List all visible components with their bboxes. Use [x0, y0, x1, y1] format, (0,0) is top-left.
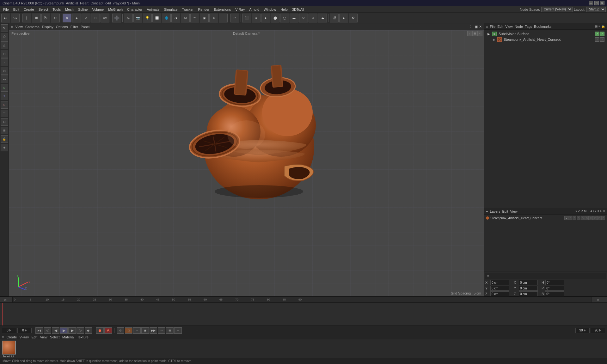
cone-icon[interactable]: ▲	[261, 14, 270, 22]
tree-visible-btn[interactable]: ✓	[595, 32, 599, 36]
layer-icon-e[interactable]: □	[597, 216, 601, 220]
rp-tab-tags[interactable]: Tags	[525, 25, 532, 28]
auto-record-btn[interactable]: A	[104, 327, 112, 334]
mat-edit[interactable]: Edit	[31, 335, 37, 339]
menu-window[interactable]: Window	[262, 7, 278, 12]
mat-material[interactable]: Material	[62, 335, 75, 339]
rp-lock-icon[interactable]: 🔒	[601, 25, 605, 28]
knife-icon[interactable]: ✂	[230, 14, 239, 22]
menu-file[interactable]: File	[1, 7, 11, 12]
rp-menu-toggle[interactable]: ≡	[486, 25, 488, 28]
menu-tools[interactable]: Tools	[51, 7, 63, 12]
tc-btn-8[interactable]: ≡	[174, 327, 182, 334]
vp-menu-display[interactable]: Display	[42, 25, 53, 29]
rp-tab-view[interactable]: View	[505, 25, 513, 28]
tc-btn-7[interactable]: ⊞	[166, 327, 174, 334]
tc-btn-2[interactable]: □	[125, 327, 132, 334]
vp-menu-toggle[interactable]: ≡	[11, 25, 13, 29]
menu-spline[interactable]: Spline	[76, 7, 90, 12]
deform-icon[interactable]: 〜	[190, 14, 199, 22]
menu-select[interactable]: Select	[37, 7, 50, 12]
vp-corner-2[interactable]: ↑	[467, 31, 472, 36]
tool-grid2[interactable]: ⊞	[1, 127, 8, 134]
tool-grid1[interactable]: ⊟	[1, 118, 8, 126]
vp-fullscreen[interactable]: ⛶	[470, 25, 473, 29]
layer-icon-a[interactable]: □	[585, 216, 589, 220]
menu-render[interactable]: Render	[196, 7, 211, 12]
next-key-btn[interactable]: ▷	[77, 327, 84, 334]
coord-p-val[interactable]	[545, 286, 564, 291]
vp-corner-3[interactable]: ×	[477, 31, 482, 36]
tool-s3[interactable]: S	[1, 101, 8, 109]
rp-tab-bookmarks[interactable]: Bookmarks	[534, 25, 551, 28]
tc-btn-4[interactable]: ◉	[141, 327, 149, 334]
menu-animate[interactable]: Animate	[145, 7, 161, 12]
coord-b-val[interactable]	[545, 291, 564, 296]
tree-visible-btn-heart[interactable]: ·	[595, 37, 599, 42]
menu-create[interactable]: Create	[22, 7, 36, 12]
coord-h-val[interactable]	[545, 280, 564, 285]
frame-end-field-2[interactable]	[591, 328, 605, 333]
tc-btn-1[interactable]: ⊙	[117, 327, 124, 334]
uv-mode[interactable]: UV	[101, 14, 109, 22]
coord-y-rot[interactable]	[519, 286, 538, 291]
layers-edit[interactable]: Edit	[502, 209, 508, 213]
mat-toggle[interactable]: ≡	[2, 335, 4, 339]
sphere-icon[interactable]: ●	[252, 14, 261, 22]
next-frame-btn[interactable]: ▶	[68, 327, 76, 334]
coord-y-pos[interactable]	[490, 286, 509, 291]
layers-toggle[interactable]: ≡	[486, 209, 488, 213]
light-icon[interactable]: 💡	[143, 14, 152, 22]
mat-select[interactable]: Select	[50, 335, 60, 339]
vp-render-vp[interactable]: ▣	[475, 25, 478, 29]
go-end-btn[interactable]: ⏭	[85, 327, 92, 334]
layer-icon-m[interactable]: □	[577, 216, 580, 220]
tool-s2[interactable]: S	[1, 93, 8, 100]
material-icon[interactable]: ◑	[171, 14, 180, 22]
mat-texture[interactable]: Texture	[77, 335, 89, 339]
scale-tool[interactable]: ⊞	[32, 14, 41, 22]
camera-icon[interactable]: 📷	[133, 14, 142, 22]
menu-3dtoall[interactable]: 3DToAll	[290, 7, 306, 12]
poly-mode[interactable]: □	[91, 14, 100, 22]
render-btn[interactable]: 🎬	[330, 14, 339, 22]
vp-menu-panel[interactable]: Panel	[81, 25, 89, 29]
add-object[interactable]: ➕	[112, 14, 121, 22]
tree-render-btn-heart[interactable]: ·	[600, 37, 604, 42]
menu-arnold[interactable]: Arnold	[247, 7, 261, 12]
viewport[interactable]: Perspective Default Camera.* X Y Z Grid …	[9, 30, 484, 296]
go-start-btn[interactable]: ⏮	[35, 327, 43, 334]
tree-item-heart[interactable]: ◈ ⬡ Steampunk_Artificial_Heart_Concept ·…	[485, 37, 606, 42]
vp-menu-filter[interactable]: Filter	[71, 25, 78, 29]
menu-mograph[interactable]: MoGraph	[106, 7, 125, 12]
menu-extensions[interactable]: Extensions	[212, 7, 233, 12]
play-btn[interactable]: ▶	[60, 327, 68, 334]
coord-z-pos[interactable]	[490, 291, 509, 296]
layout-select[interactable]: Startup	[586, 7, 606, 12]
model-mode[interactable]: ✕	[63, 14, 71, 22]
rp-filter-icon[interactable]: ⊞	[595, 25, 598, 28]
layer-icon-d[interactable]: □	[593, 216, 597, 220]
close-button[interactable]: ✕	[600, 1, 604, 5]
prev-frame-btn[interactable]: ◀	[52, 327, 59, 334]
layer-icon-x[interactable]: □	[601, 216, 605, 220]
layer-row-heart[interactable]: Steampunk_Artificial_Heart_Concept ● □ □…	[485, 215, 606, 221]
floor-icon[interactable]: ⬜	[152, 14, 161, 22]
tool-extra[interactable]: ⊗	[1, 144, 8, 151]
menu-tracker[interactable]: Tracker	[180, 7, 196, 12]
boole-icon[interactable]: ⊕	[209, 14, 218, 22]
tc-btn-6[interactable]: ⋯	[158, 327, 165, 334]
tool-poly[interactable]: △	[1, 41, 8, 49]
point-mode[interactable]: ◈	[72, 14, 81, 22]
tool-pen[interactable]: ✏	[1, 76, 8, 83]
rotate-tool[interactable]: ↻	[41, 14, 50, 22]
rp-tab-file[interactable]: File	[490, 25, 495, 28]
mat-create[interactable]: Create	[6, 335, 17, 339]
rp-tab-node[interactable]: Node	[515, 25, 523, 28]
viewport-render[interactable]: ▶	[339, 14, 348, 22]
rp-tab-edit[interactable]: Edit	[497, 25, 503, 28]
menu-help[interactable]: Help	[279, 7, 290, 12]
undo-button[interactable]: ↩	[1, 14, 10, 22]
cycle-tool[interactable]: ⊙	[51, 14, 60, 22]
vp-menu-cameras[interactable]: Cameras	[25, 25, 40, 29]
